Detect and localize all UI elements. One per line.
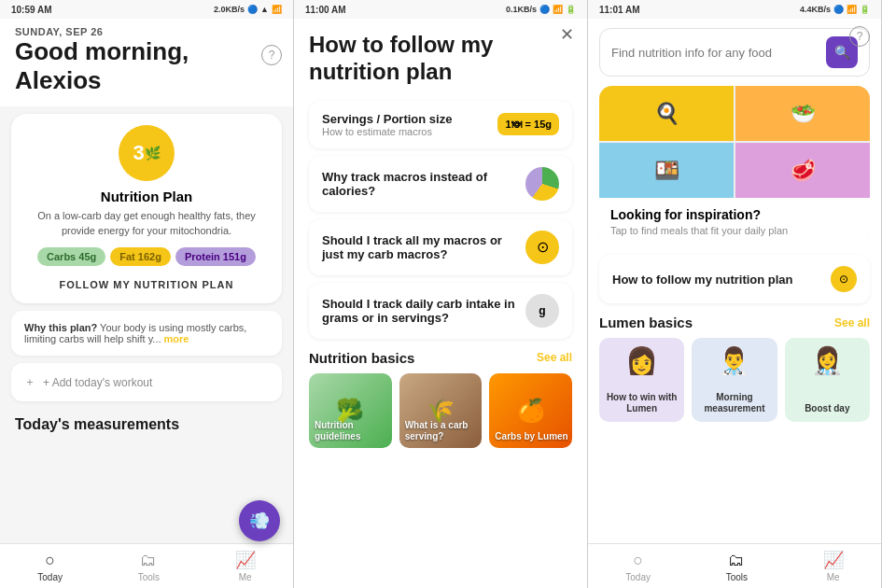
nav-tools-1[interactable]: 🗂 Tools xyxy=(138,551,160,582)
basics-row: 🥦 Nutrition guidelines 🌾 What is a carb … xyxy=(309,373,572,448)
follow-plan-row[interactable]: How to follow my nutrition plan ⊙ xyxy=(599,255,870,303)
food-cell-2: 🥗 xyxy=(735,86,870,141)
speed-3: 4.4KB/s xyxy=(800,5,831,14)
inspiration-title: Looking for inspiration? xyxy=(610,207,859,222)
search-input[interactable] xyxy=(611,46,819,60)
today-icon: ○ xyxy=(45,551,55,570)
bottom-nav-3: ○ Today 🗂 Tools 📈 Me xyxy=(588,543,881,588)
panel-2: 11:00 AM 0.1KB/s 🔵 📶 🔋 ✕ How to follow m… xyxy=(294,0,588,588)
faq-item-2[interactable]: Why track macros instead of calories? xyxy=(309,156,572,212)
plus-icon: ＋ xyxy=(24,374,35,390)
fat-tag: Fat 162g xyxy=(110,247,171,266)
follow-plan-text: How to follow my nutrition plan xyxy=(612,273,793,287)
status-icons-3: 4.4KB/s 🔵 📶 🔋 xyxy=(800,5,870,14)
follow-plan-button[interactable]: FOLLOW MY NUTRITION PLAN xyxy=(60,279,234,290)
protein-tag: Protein 151g xyxy=(175,247,256,266)
food-cell-1: 🍳 xyxy=(599,86,734,141)
lumen-basics-title: Lumen basics xyxy=(599,315,693,330)
tools-icon: 🗂 xyxy=(140,551,157,570)
section-title-2: Nutrition basics xyxy=(309,350,414,366)
nutrition-title: Nutrition Plan xyxy=(26,189,267,204)
g-circle-icon: g xyxy=(525,294,559,328)
time-1: 10:59 AM xyxy=(11,5,52,15)
lumen-label-2: Morning measurement xyxy=(697,392,771,414)
panel-1: 10:59 AM 2.0KB/s 🔵 ▲ 📶 SUNDAY, SEP 26 Go… xyxy=(0,0,294,588)
basics-card-1[interactable]: 🥦 Nutrition guidelines xyxy=(309,373,392,448)
section-header-2: Nutrition basics See all xyxy=(309,350,572,366)
panel2-content: How to follow my nutrition plan Servings… xyxy=(294,19,587,588)
see-all-3[interactable]: See all xyxy=(834,316,870,329)
tools-icon-3: 🗂 xyxy=(728,551,745,570)
bottom-nav-1: ○ Today 🗂 Tools 📈 Me xyxy=(0,543,293,588)
me-label-3: Me xyxy=(827,572,840,582)
basics-label-1: Nutrition guidelines xyxy=(315,420,392,442)
faq-sub1: How to estimate macros xyxy=(322,126,497,137)
bluetooth-icon: 🔵 xyxy=(247,5,258,14)
nav-tools-3[interactable]: 🗂 Tools xyxy=(726,551,748,582)
fab-button[interactable]: 💨 xyxy=(239,500,280,541)
wind-icon: 💨 xyxy=(249,511,270,531)
faq-q2: Why track macros instead of calories? xyxy=(322,170,525,198)
pie-chart-icon xyxy=(525,167,559,201)
battery-icon: 📶 xyxy=(272,5,282,14)
speed-icon: 2.0KB/s xyxy=(214,5,245,14)
help-icon-3[interactable]: ? xyxy=(849,26,870,47)
food-cell-3: 🍱 xyxy=(599,143,734,198)
inspiration-subtitle: Tap to find meals that fit your daily pl… xyxy=(610,225,859,236)
inspiration-img: 🍳 🥗 🍱 🥩 xyxy=(599,86,870,198)
inspiration-text: Looking for inspiration? Tap to find mea… xyxy=(599,198,870,245)
lumen-card-2[interactable]: 👨‍⚕️ Morning measurement xyxy=(692,338,777,422)
see-all-2[interactable]: See all xyxy=(537,351,572,364)
battery-3: 🔋 xyxy=(860,5,870,14)
faq-item-3[interactable]: Should I track all my macros or just my … xyxy=(309,219,572,275)
why-label: Why this plan? xyxy=(24,322,97,333)
nav-me-3[interactable]: 📈 Me xyxy=(823,550,844,582)
nav-today-1[interactable]: ○ Today xyxy=(37,551,63,582)
lumen-card-1[interactable]: 👩 How to win with Lumen xyxy=(599,338,684,422)
search-bar: 🔍 xyxy=(599,28,870,77)
nutrition-desc: On a low-carb day get enough healthy fat… xyxy=(26,209,267,238)
me-icon: 📈 xyxy=(235,550,256,570)
today-icon-3: ○ xyxy=(633,551,643,570)
food-cell-4: 🥩 xyxy=(735,143,870,198)
faq-item-4[interactable]: Should I track daily carb intake in gram… xyxy=(309,283,572,339)
tools-label-3: Tools xyxy=(726,572,748,582)
lumen-icon-1: 👩 xyxy=(625,345,658,376)
panel2-title: How to follow my nutrition plan xyxy=(309,32,572,86)
basics-card-3[interactable]: 🍊 Carbs by Lumen xyxy=(489,373,572,448)
basics-label-2: What is a carb serving? xyxy=(405,420,483,442)
nutrition-card: 3 🌿 Nutrition Plan On a low-carb day get… xyxy=(11,114,282,303)
serving-icon: 1🍽 = 15g xyxy=(497,113,559,135)
carbs-tag: Carbs 45g xyxy=(37,247,105,266)
more-link[interactable]: more xyxy=(164,333,189,344)
panel1-content: SUNDAY, SEP 26 Good morning, Alexios ? 3… xyxy=(0,19,293,543)
battery-2: 🔋 xyxy=(566,5,576,14)
nav-today-3[interactable]: ○ Today xyxy=(625,551,651,582)
plan-circle: 3 🌿 xyxy=(119,125,175,181)
wifi-2: 📶 xyxy=(553,5,563,14)
nav-me-1[interactable]: 📈 Me xyxy=(235,550,256,582)
circle-yellow-icon: ⊙ xyxy=(525,231,559,264)
basics-card-2[interactable]: 🌾 What is a carb serving? xyxy=(399,373,483,448)
faq-item-1[interactable]: Servings / Portion size How to estimate … xyxy=(309,101,572,148)
macro-tags: Carbs 45g Fat 162g Protein 151g xyxy=(26,247,267,266)
lumen-basics-row: 👩 How to win with Lumen 👨‍⚕️ Morning mea… xyxy=(599,338,870,422)
why-card: Why this plan? Your body is using mostly… xyxy=(11,311,282,356)
faq-q3: Should I track all my macros or just my … xyxy=(322,233,525,261)
date-label: SUNDAY, SEP 26 xyxy=(15,26,278,37)
me-icon-3: 📈 xyxy=(823,550,844,570)
status-bar-3: 11:01 AM 4.4KB/s 🔵 📶 🔋 xyxy=(588,0,881,19)
bt-3: 🔵 xyxy=(833,5,844,14)
status-icons-2: 0.1KB/s 🔵 📶 🔋 xyxy=(506,5,576,14)
tools-label: Tools xyxy=(138,572,160,582)
close-button[interactable]: ✕ xyxy=(560,24,574,45)
faq-q4: Should I track daily carb intake in gram… xyxy=(322,297,525,325)
inspiration-card[interactable]: 🍳 🥗 🍱 🥩 Looking for inspiration? Tap to … xyxy=(599,86,870,245)
lumen-label-3: Boost day xyxy=(805,403,849,414)
lumen-icon-2: 👨‍⚕️ xyxy=(718,345,750,376)
help-icon[interactable]: ? xyxy=(261,45,282,65)
lumen-card-3[interactable]: 👩‍⚕️ Boost day xyxy=(785,338,870,422)
today-label-3: Today xyxy=(625,572,651,582)
status-icons-1: 2.0KB/s 🔵 ▲ 📶 xyxy=(214,5,282,14)
workout-card[interactable]: ＋ + Add today's workout xyxy=(11,363,282,401)
